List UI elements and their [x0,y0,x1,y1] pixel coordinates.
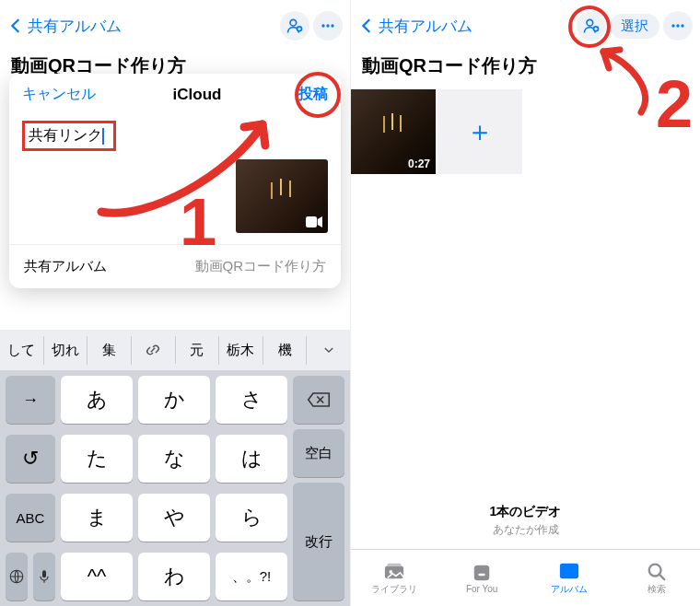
svg-rect-7 [42,570,46,577]
keyboard: して 切れ 集 元 栃木 機 → あ か さ ↺ た な は [0,330,350,606]
svg-rect-17 [478,574,484,576]
add-tile[interactable]: ＋ [438,89,522,174]
more-button[interactable] [663,11,693,41]
svg-point-10 [671,24,674,27]
video-icon [306,216,322,227]
more-button[interactable] [313,11,343,41]
footer-album-label: 共有アルバム [24,258,107,275]
svg-point-11 [676,24,679,27]
svg-point-4 [331,24,333,27]
back-label[interactable]: 共有アルバム [379,16,472,37]
modal-footer: 共有アルバム 動画QRコード作り方 [9,244,341,288]
prediction-expand-icon[interactable] [307,338,350,362]
svg-point-3 [326,24,329,27]
library-icon [382,561,406,581]
svg-rect-14 [388,563,402,565]
summary-creator: あなたが作成 [351,522,700,538]
footer-album-name[interactable]: 動画QRコード作り方 [195,258,327,275]
cake-graphic [391,113,393,130]
key-space[interactable]: 空白 [293,429,344,477]
prediction-cell[interactable]: 元 [176,336,220,365]
video-tile[interactable]: 0:27 [351,89,436,174]
caption-input[interactable]: 共有リンク [29,127,102,143]
back-chevron-icon[interactable] [358,17,375,34]
screenshot-step-1: 共有アルバム 動画QRコード作り方 キャンセル iCloud 投稿 共有リンク … [0,0,350,606]
prediction-cell[interactable]: 集 [88,336,132,365]
backspace-icon [307,391,331,408]
summary-count: 1本のビデオ [351,504,700,520]
key-ma[interactable]: ま [61,494,133,542]
key-ta[interactable]: た [61,435,133,483]
key-ha[interactable]: は [216,435,287,483]
prediction-bar: して 切れ 集 元 栃木 機 [0,330,350,370]
prediction-cell[interactable]: 機 [263,336,308,365]
svg-point-12 [681,24,683,27]
svg-point-2 [321,24,324,27]
key-mic[interactable] [33,553,55,600]
key-ya[interactable]: や [138,494,210,542]
annotation-circle-post [295,72,341,118]
prediction-link-icon[interactable] [132,336,176,364]
tab-albums[interactable]: アルバム [526,550,613,606]
key-return[interactable]: 改行 [293,483,344,600]
key-backspace[interactable] [293,376,344,424]
search-icon [645,561,669,581]
tab-label: ライブラリ [371,583,417,596]
ellipsis-icon [319,17,337,35]
key-kaomoji[interactable]: ^^ [61,553,133,600]
key-arrow-right[interactable]: → [6,376,55,424]
svg-rect-5 [306,216,317,227]
back-label[interactable]: 共有アルバム [28,16,122,37]
tab-label: For You [466,584,497,594]
video-duration: 0:27 [408,157,430,170]
album-summary: 1本のビデオ あなたが作成 [351,504,700,538]
tab-label: 検索 [648,583,666,596]
svg-rect-18 [560,563,578,578]
annotation-number-2: 2 [656,66,693,142]
tab-search[interactable]: 検索 [612,550,700,606]
albums-icon [557,561,581,581]
svg-rect-16 [474,565,490,581]
nav-bar: 共有アルバム [0,0,350,52]
person-badge-icon [286,17,304,35]
foryou-icon [470,562,494,582]
key-ra[interactable]: ら [216,494,287,542]
cancel-button[interactable]: キャンセル [22,85,96,104]
globe-icon [8,568,25,585]
tab-bar: ライブラリ For You アルバム 検索 [351,549,700,606]
key-ka[interactable]: か [138,376,210,424]
key-emoji[interactable] [6,553,28,600]
key-wa[interactable]: わ [138,553,210,600]
mic-icon [37,568,52,585]
share-people-button[interactable] [280,11,309,41]
key-sa[interactable]: さ [216,376,287,424]
annotation-number-1: 1 [180,184,216,260]
key-abc[interactable]: ABC [6,494,55,542]
svg-point-0 [290,19,297,26]
select-button[interactable]: 選択 [610,14,659,39]
ellipsis-icon [669,17,687,35]
back-chevron-icon[interactable] [7,17,24,34]
screenshot-step-2: 共有アルバム 選択 動画QRコード作り方 0:27 ＋ 2 1本のビデオ あなた… [350,0,700,606]
key-punct[interactable]: 、。?! [216,553,287,600]
modal-title: iCloud [173,86,222,104]
prediction-cell[interactable]: 栃木 [219,336,263,365]
tab-foryou[interactable]: For You [438,550,526,606]
key-a[interactable]: あ [61,376,133,424]
key-na[interactable]: な [138,435,210,483]
key-undo[interactable]: ↺ [6,435,55,483]
prediction-cell[interactable]: して [0,336,44,365]
tab-label: アルバム [551,583,588,596]
tab-library[interactable]: ライブラリ [351,550,438,606]
prediction-cell[interactable]: 切れ [44,336,88,365]
